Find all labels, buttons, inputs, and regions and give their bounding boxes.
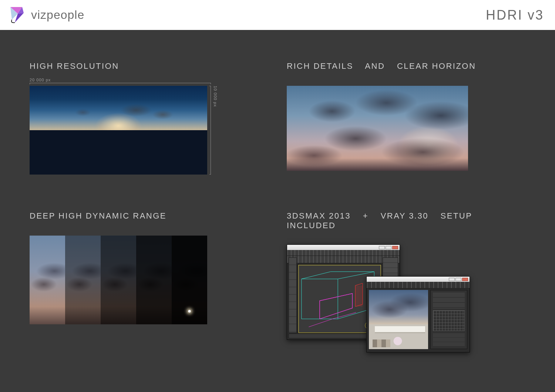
software-screenshots bbox=[287, 244, 472, 355]
window-max-icon bbox=[455, 278, 461, 281]
section-high-resolution: HIGH RESOLUTION 20 000 px 10 000 px bbox=[30, 61, 252, 175]
window-close-icon bbox=[462, 278, 468, 281]
app-window-vray-framebuffer bbox=[366, 276, 470, 352]
product-title: HDRI v3 bbox=[486, 7, 544, 23]
content-area: HIGH RESOLUTION 20 000 px 10 000 px RICH… bbox=[0, 30, 555, 392]
tree-icon bbox=[391, 337, 404, 347]
exposure-step bbox=[136, 236, 172, 324]
window-min-icon bbox=[449, 278, 455, 281]
sun-icon bbox=[188, 310, 191, 312]
window-titlebar bbox=[287, 245, 400, 250]
app-toolbar bbox=[287, 250, 400, 256]
window-max-icon bbox=[386, 246, 391, 249]
section-title: DEEP HIGH DYNAMIC RANGE bbox=[30, 211, 252, 221]
product-sheet: vizpeople HDRI v3 HIGH RESOLUTION 20 000… bbox=[0, 0, 555, 392]
dimension-height-rule bbox=[209, 86, 211, 175]
svg-rect-6 bbox=[355, 285, 363, 307]
header-bar: vizpeople HDRI v3 bbox=[0, 0, 555, 30]
exposure-step bbox=[30, 236, 65, 324]
window-close-icon bbox=[392, 246, 398, 249]
curves-grid-icon bbox=[433, 310, 465, 331]
sky-detail-thumb bbox=[287, 86, 468, 171]
section-rich-details: RICH DETAILS AND CLEAR HORIZON bbox=[287, 61, 524, 171]
app-toolbar bbox=[367, 282, 470, 288]
section-title: HIGH RESOLUTION bbox=[30, 61, 252, 71]
section-setup: 3DSMAX 2013 + VRAY 3.30 SETUP INCLUDED bbox=[287, 211, 524, 355]
title-part-a: RICH DETAILS bbox=[287, 61, 353, 71]
logo-icon bbox=[7, 5, 27, 26]
dimension-width-label: 20 000 px bbox=[30, 78, 252, 82]
section-title: RICH DETAILS AND CLEAR HORIZON bbox=[287, 61, 524, 71]
title-part-a: 3DSMAX 2013 bbox=[287, 211, 351, 220]
title-part-b: VRAY 3.30 bbox=[381, 211, 428, 220]
window-titlebar bbox=[367, 277, 470, 282]
render-output bbox=[369, 290, 428, 349]
exposure-step bbox=[65, 236, 101, 324]
title-part-plus: + bbox=[363, 211, 369, 220]
exposure-step bbox=[172, 236, 207, 324]
dimension-height-label: 10 000 px bbox=[213, 86, 218, 107]
hdri-panorama-thumb bbox=[30, 86, 207, 175]
window-min-icon bbox=[379, 246, 385, 249]
exposure-step bbox=[101, 236, 136, 324]
title-part-b: CLEAR HORIZON bbox=[397, 61, 476, 71]
color-correction-panel bbox=[430, 290, 467, 349]
dimension-width-rule bbox=[30, 83, 211, 84]
section-title: 3DSMAX 2013 + VRAY 3.30 SETUP INCLUDED bbox=[287, 211, 524, 230]
section-dynamic-range: DEEP HIGH DYNAMIC RANGE bbox=[30, 211, 252, 324]
brand: vizpeople bbox=[7, 5, 84, 26]
brand-name: vizpeople bbox=[31, 8, 84, 22]
title-part-sep: AND bbox=[365, 61, 385, 71]
exposure-strip bbox=[30, 236, 207, 324]
left-tool-palette bbox=[289, 257, 297, 333]
